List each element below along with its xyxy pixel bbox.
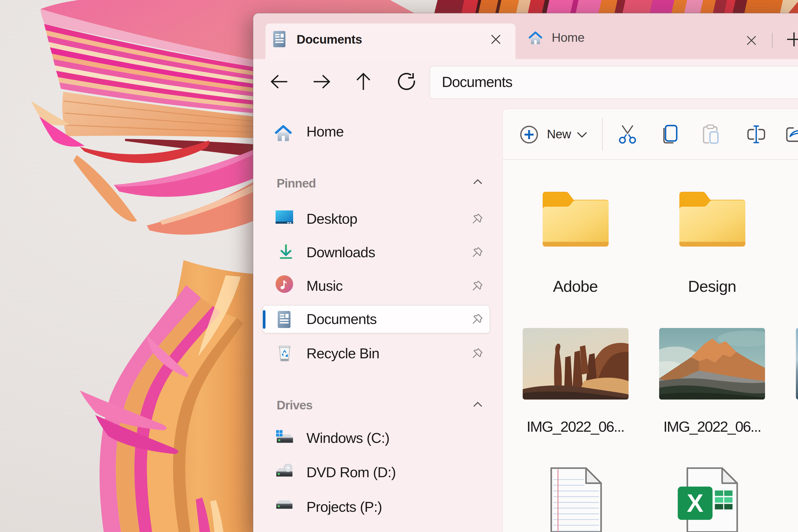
svg-text:X: X: [687, 489, 704, 517]
